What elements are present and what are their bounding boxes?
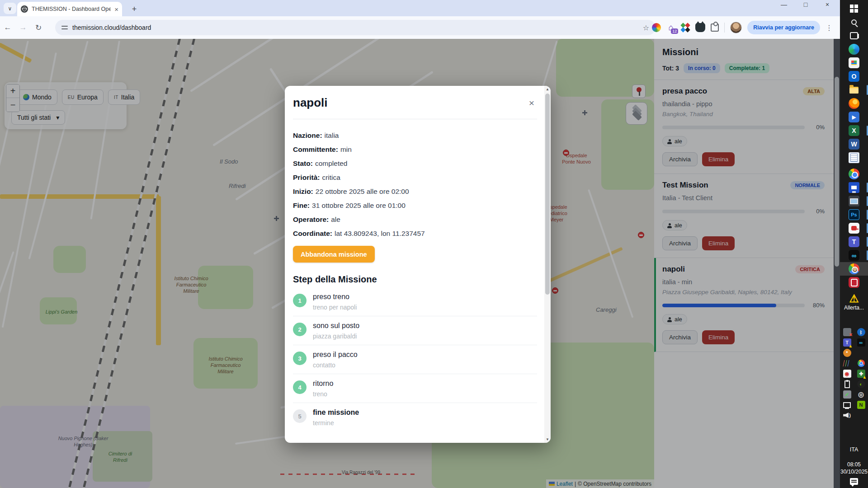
tab-search-button[interactable]: ∨ <box>4 3 16 14</box>
taskbar-app[interactable] <box>840 262 868 276</box>
notification-center-icon[interactable] <box>850 478 858 485</box>
step-title: ritorno <box>313 380 333 388</box>
taskbar-app[interactable]: T <box>840 235 868 249</box>
taskbar-app[interactable]: ⚠ Allerta... <box>840 292 868 305</box>
taskbar-app[interactable]: O <box>840 70 868 83</box>
taskbar-app[interactable]: Ps <box>840 208 868 221</box>
taskbar-app[interactable]: W <box>840 137 868 151</box>
detail-row: Inizio:22 ottobre 2025 alle ore 02:00 <box>293 184 537 198</box>
toolbar-separator <box>724 23 725 33</box>
step-description: piazza garibaldi <box>313 333 359 340</box>
taskbar-app[interactable] <box>840 97 868 110</box>
taskbar-app[interactable]: X <box>840 124 868 137</box>
step-description: termine <box>313 419 359 427</box>
tray-icon[interactable]: N <box>857 401 865 409</box>
browser-menu-icon[interactable]: ⋮ <box>826 23 833 32</box>
modal-scrollbar[interactable]: ▲ ▼ <box>544 86 551 443</box>
language-indicator[interactable]: ITA <box>840 446 868 453</box>
url-bar[interactable]: themission.cloud/dashboard ☆ <box>55 20 656 35</box>
page-content: Il Sodo Rifredi Nuovo Pignone (Baker Hug… <box>0 39 840 488</box>
mission-step: 1 preso treno treno per napoli <box>293 287 537 316</box>
taskbar-app[interactable] <box>840 181 868 194</box>
modal-scrollbar-thumb[interactable] <box>545 94 550 295</box>
tab-close-icon[interactable]: × <box>114 5 118 13</box>
step-number: 5 <box>293 409 307 423</box>
taskbar-app[interactable] <box>840 151 868 164</box>
detail-row: Fine:31 ottobre 2025 alle ore 01:00 <box>293 198 537 212</box>
taskbar-app[interactable]: ▶ <box>840 110 868 124</box>
tray-icon[interactable] <box>843 401 851 409</box>
tray-icon[interactable] <box>857 359 865 367</box>
restart-to-update-button[interactable]: Riavvia per aggiornare <box>747 21 820 34</box>
mission-details: Nazione:italia Committente:min Stato:com… <box>293 128 537 240</box>
steps-title: Step della Missione <box>293 274 537 285</box>
site-settings-icon[interactable] <box>61 25 68 30</box>
tray-icon[interactable]: ◐ <box>857 380 865 388</box>
bookmark-star-icon[interactable]: ☆ <box>643 23 649 32</box>
tray-icon[interactable] <box>843 411 851 419</box>
step-number: 3 <box>293 352 307 365</box>
taskbar-app[interactable] <box>840 83 868 97</box>
close-icon[interactable]: × <box>823 1 832 8</box>
browser-tab[interactable]: THEMISSION - Dashboard Oper × <box>17 2 122 16</box>
extensions-puzzle-icon[interactable] <box>711 23 719 32</box>
house-extension-icon[interactable]: ⌂12 <box>666 23 675 32</box>
taskbar-app[interactable] <box>840 221 868 235</box>
tab-strip: ∨ THEMISSION - Dashboard Oper × + — □ × <box>0 0 840 16</box>
tray-icon[interactable]: T <box>843 338 851 347</box>
tab-title: THEMISSION - Dashboard Oper <box>32 6 111 12</box>
step-title: preso il pacco <box>313 351 358 359</box>
screen: ∨ THEMISSION - Dashboard Oper × + — □ × … <box>0 0 868 488</box>
taskbar-app[interactable] <box>840 42 868 56</box>
tray-icon[interactable] <box>843 380 851 388</box>
modal-close-icon[interactable]: × <box>526 98 537 108</box>
color-wheel-extension-icon[interactable] <box>652 23 661 32</box>
taskbar-app[interactable] <box>840 29 868 42</box>
system-tray: ᛒ T ∞ * ◉ ✚ ◐ ✓ <box>840 328 868 419</box>
taskbar-app[interactable] <box>840 56 868 70</box>
back-icon[interactable]: ← <box>0 23 15 32</box>
detail-row: Operatore:ale <box>293 212 537 226</box>
profile-avatar[interactable] <box>730 22 742 33</box>
taskbar-app[interactable] <box>840 15 868 29</box>
taskbar-app[interactable] <box>840 2 868 15</box>
step-description: contatto <box>313 361 358 369</box>
taskbar-app[interactable] <box>840 194 868 208</box>
mission-step: 4 ritorno treno <box>293 374 537 403</box>
step-description: treno <box>313 390 333 398</box>
mission-step: 5 fine missione termine <box>293 403 537 432</box>
reload-icon[interactable]: ↻ <box>31 23 46 33</box>
tray-icon[interactable]: ◎ <box>857 390 865 399</box>
taskbar-icons: O ▶ <box>840 2 868 305</box>
minimize-icon[interactable]: — <box>779 1 788 8</box>
taskbar-app[interactable] <box>840 167 868 181</box>
tray-icon[interactable]: ✓ <box>843 390 851 399</box>
abandon-mission-button[interactable]: Abbandona missione <box>293 246 375 263</box>
taskbar-app[interactable]: ∞ <box>840 249 868 262</box>
tray-icon[interactable]: ✚ <box>857 370 865 378</box>
dark-cat-extension-icon[interactable] <box>695 23 705 32</box>
forward-icon[interactable]: → <box>15 23 31 32</box>
detail-row: Stato:completed <box>293 156 537 170</box>
modal-title: napoli <box>293 96 328 110</box>
tray-icon[interactable] <box>843 328 851 336</box>
taskbar-app[interactable] <box>840 276 868 289</box>
new-tab-button[interactable]: + <box>128 3 140 15</box>
step-number: 1 <box>293 294 307 307</box>
maximize-icon[interactable]: □ <box>801 1 810 8</box>
tray-icon[interactable] <box>843 359 851 367</box>
diamonds-extension-icon[interactable] <box>681 23 690 32</box>
tray-icon[interactable]: * <box>843 349 851 357</box>
tray-icon[interactable]: ∞ <box>857 338 865 347</box>
clock-time: 08:05 <box>840 461 868 468</box>
url-text[interactable]: themission.cloud/dashboard <box>72 24 638 31</box>
taskbar-clock[interactable]: 08:05 30/10/2025 <box>840 461 868 475</box>
tray-icon[interactable]: ᛒ <box>857 328 865 336</box>
detail-row: Committente:min <box>293 142 537 156</box>
tray-icon[interactable]: ◉ <box>843 370 851 378</box>
window-controls: — □ × <box>779 1 832 8</box>
step-number: 4 <box>293 380 307 394</box>
extension-badge: 12 <box>671 28 678 34</box>
tray-icon[interactable] <box>857 349 865 357</box>
taskbar-label: Allerta... <box>840 305 868 311</box>
